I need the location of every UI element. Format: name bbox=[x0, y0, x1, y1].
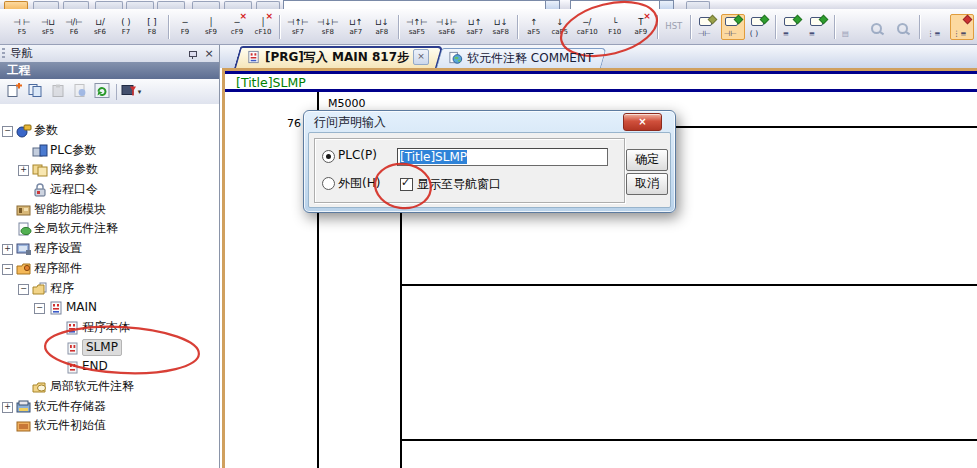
tree-item-[interactable]: +网络参数 bbox=[0, 160, 219, 180]
tree-item-main[interactable]: −MAIN bbox=[0, 298, 219, 318]
chevron-down-icon[interactable] bbox=[659, 1, 673, 9]
tree-item-label[interactable]: 程序 bbox=[50, 281, 74, 296]
tree-item-[interactable]: +程序设置 bbox=[0, 239, 219, 259]
toolbar-separator bbox=[279, 15, 280, 39]
tree-item-[interactable]: 局部软元件注释 bbox=[0, 377, 219, 397]
tree-item-[interactable]: 软元件初始值 bbox=[0, 416, 219, 436]
ladder-F7-button[interactable]: ( )F7 bbox=[114, 10, 138, 43]
title-statement-row[interactable]: [Title]SLMP bbox=[225, 71, 977, 92]
ladder-F9-button[interactable]: ─F9 bbox=[173, 10, 197, 43]
ladder-saF7-button[interactable]: ⊔↑saF7 bbox=[463, 10, 487, 43]
tree-item-label[interactable]: SLMP bbox=[82, 339, 122, 356]
document-tab-1[interactable]: [PRG]写入 MAIN 817步× bbox=[234, 46, 437, 68]
radio-plc[interactable] bbox=[322, 150, 335, 163]
tree-item-label[interactable]: END bbox=[82, 359, 108, 374]
show-in-navigation-label[interactable]: 显示至导航窗口 bbox=[417, 176, 501, 193]
ladder-sF7-button[interactable]: ⊣↑⊢sF7 bbox=[284, 10, 312, 43]
ladder-F6-button[interactable]: ⊣/⊢F6 bbox=[62, 10, 86, 43]
ladder-aF9-button[interactable]: T×aF9 bbox=[629, 10, 653, 43]
tab-close-button[interactable]: × bbox=[413, 49, 429, 65]
tree-item-[interactable]: −程序 bbox=[0, 279, 219, 299]
tree-item-plc[interactable]: PLC参数 bbox=[0, 141, 219, 161]
collapse-toggle[interactable]: − bbox=[2, 264, 13, 275]
statement-tree-display-button[interactable]: ⋮≡ bbox=[924, 14, 948, 40]
tree-item-label[interactable]: MAIN bbox=[66, 300, 97, 315]
copy-data-button[interactable] bbox=[26, 82, 46, 102]
collapse-toggle[interactable]: − bbox=[2, 126, 13, 137]
ladder-caF10-button[interactable]: ─/caF10 bbox=[574, 10, 601, 43]
tree-item-label[interactable]: 程序部件 bbox=[34, 261, 82, 276]
ladder-F10-button[interactable]: └F10 bbox=[603, 10, 627, 43]
show-in-navigation-checkbox[interactable] bbox=[400, 178, 413, 191]
ladder-aF5-button[interactable]: ↑aF5 bbox=[522, 10, 546, 43]
expand-toggle[interactable]: + bbox=[2, 402, 13, 413]
statement-text-input[interactable]: [Title]SLMP bbox=[397, 148, 608, 166]
sort-display-button[interactable]: ▾ bbox=[121, 82, 141, 102]
cancel-button[interactable]: 取消 bbox=[626, 173, 668, 195]
tree-item-[interactable]: 远程口令 bbox=[0, 180, 219, 200]
ladder-cF10-button[interactable]: │×cF10 bbox=[251, 10, 275, 43]
tree-item-[interactable]: 程序本体 bbox=[0, 318, 219, 338]
statement-tree-edit-button[interactable]: ⋮≡ bbox=[950, 14, 974, 40]
statement-edit-button[interactable]: ⊣⊢ bbox=[721, 14, 745, 40]
ok-button[interactable]: 确定 bbox=[626, 149, 668, 171]
title-statement-text: [Title]SLMP bbox=[236, 75, 306, 90]
tree-item-[interactable]: +软元件存储器 bbox=[0, 397, 219, 417]
icon-glyph: ⊣⊢ bbox=[724, 30, 737, 38]
ladder-sF5-button[interactable]: ⊣⊔sF5 bbox=[36, 10, 60, 43]
panel-close-button[interactable]: × bbox=[202, 47, 216, 60]
tree-item-label[interactable]: 远程口令 bbox=[50, 182, 98, 197]
radio-peripheral[interactable] bbox=[322, 177, 335, 190]
tree-item-label[interactable]: 参数 bbox=[34, 123, 58, 138]
tree-item-end[interactable]: END bbox=[0, 357, 219, 377]
refresh-view-button[interactable] bbox=[92, 82, 112, 102]
ladder-F8-button[interactable]: [ ]F8 bbox=[140, 10, 164, 43]
ladder-aF8-button[interactable]: ⊔↓aF8 bbox=[370, 10, 394, 43]
function-key-label: F7 bbox=[122, 28, 130, 36]
expand-toggle[interactable]: + bbox=[18, 165, 29, 176]
ladder-symbol: ⊔↑ bbox=[349, 17, 363, 28]
ladder-caF5-button[interactable]: ↓caF5 bbox=[548, 10, 572, 43]
panel-grip bbox=[2, 48, 5, 59]
ladder-F5-button[interactable]: ⊣ ⊢F5 bbox=[10, 10, 34, 43]
tree-item-label[interactable]: 程序本体 bbox=[82, 320, 130, 335]
collapse-toggle[interactable]: − bbox=[34, 303, 45, 314]
tree-item-label[interactable]: 局部软元件注释 bbox=[50, 379, 134, 394]
radio-plc-label[interactable]: PLC(P) bbox=[338, 148, 377, 162]
note-edit-button[interactable]: ( ) bbox=[747, 14, 771, 40]
statement-batch-edit-button[interactable]: ≡ bbox=[780, 14, 804, 40]
tree-item-[interactable]: 智能功能模块 bbox=[0, 200, 219, 220]
note-batch-edit-button[interactable]: ≡ bbox=[806, 14, 830, 40]
tree-item-label[interactable]: 软元件初始值 bbox=[34, 418, 106, 433]
tree-item-[interactable]: 全局软元件注释 bbox=[0, 219, 219, 239]
tree-item-[interactable]: −程序部件 bbox=[0, 259, 219, 279]
tree-item-[interactable]: −参数 bbox=[0, 121, 219, 141]
ladder-cF9-button[interactable]: ─×cF9 bbox=[225, 10, 249, 43]
expand-toggle[interactable]: + bbox=[2, 244, 13, 255]
memory-icon bbox=[16, 400, 32, 414]
chevron-down-icon[interactable] bbox=[545, 1, 559, 9]
ladder-saF6-button[interactable]: ⊣↓⊢saF6 bbox=[433, 10, 461, 43]
tree-item-label[interactable]: 智能功能模块 bbox=[34, 202, 106, 217]
ladder-aF7-button[interactable]: ⊔↑aF7 bbox=[344, 10, 368, 43]
setting-icon bbox=[16, 242, 32, 256]
collapse-toggle[interactable]: − bbox=[18, 284, 29, 295]
tree-item-label[interactable]: PLC参数 bbox=[50, 143, 96, 158]
tree-item-label[interactable]: 网络参数 bbox=[50, 162, 98, 177]
ladder-saF8-button[interactable]: ⊔↓saF8 bbox=[489, 10, 513, 43]
radio-peripheral-label[interactable]: 外围(H) bbox=[338, 175, 380, 192]
tree-item-label[interactable]: 程序设置 bbox=[34, 241, 82, 256]
tree-item-label[interactable]: 软元件存储器 bbox=[34, 399, 106, 414]
dialog-close-button[interactable]: × bbox=[623, 113, 662, 131]
ladder-statement-edit-button[interactable]: ⊣⊢ bbox=[695, 14, 719, 40]
ladder-sF8-button[interactable]: ⊣↓⊢sF8 bbox=[314, 10, 342, 43]
tree-item-slmp[interactable]: SLMP bbox=[0, 338, 219, 358]
ladder-sF9-button[interactable]: │sF9 bbox=[199, 10, 223, 43]
ladder-sF6-button[interactable]: ⊔/sF6 bbox=[88, 10, 112, 43]
tree-item-label[interactable]: 全局软元件注释 bbox=[34, 221, 118, 236]
document-tab-2[interactable]: 软元件注释 COMMENT bbox=[436, 48, 601, 68]
toolbar-separator bbox=[919, 15, 920, 39]
auto-hide-pin-button[interactable] bbox=[185, 47, 199, 60]
new-data-button[interactable] bbox=[4, 82, 24, 102]
ladder-saF5-button[interactable]: ⊣↑⊢saF5 bbox=[403, 10, 431, 43]
